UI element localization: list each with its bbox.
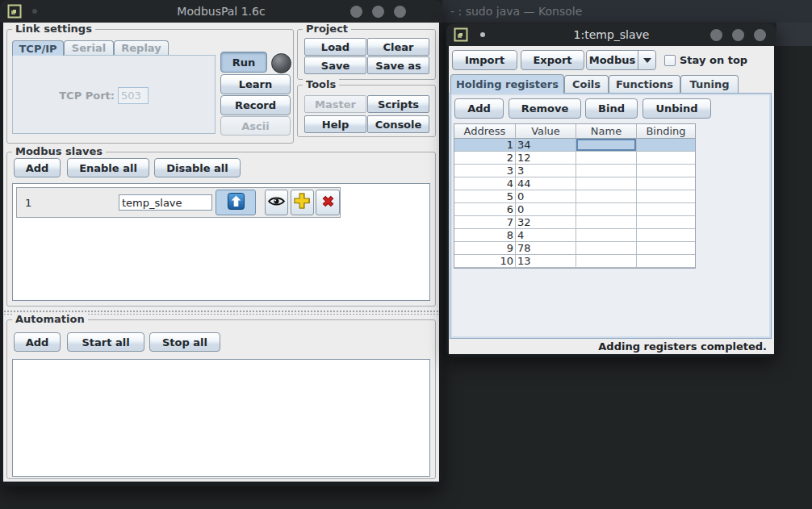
start-all-button[interactable]: Start all — [67, 332, 144, 352]
clear-button[interactable]: Clear — [367, 38, 429, 56]
slave-automation-button[interactable] — [291, 190, 314, 215]
slaves-add-button[interactable]: Add — [14, 158, 61, 177]
cell-val[interactable]: 34 — [516, 139, 576, 152]
modbuspal-titlebar[interactable]: ModbusPal 1.6c — [0, 0, 442, 23]
cell-name[interactable] — [576, 139, 637, 152]
cell-bind[interactable] — [637, 177, 695, 190]
cell-val[interactable]: 78 — [516, 242, 576, 255]
column-header-name[interactable]: Name — [576, 124, 637, 139]
close-button[interactable] — [394, 6, 406, 18]
run-button[interactable]: Run — [220, 52, 267, 73]
record-button[interactable]: Record — [220, 95, 291, 115]
cell-val[interactable]: 44 — [516, 177, 576, 190]
cell-addr[interactable]: 10 — [454, 255, 516, 268]
cell-addr[interactable]: 5 — [454, 190, 516, 203]
register-remove-button[interactable]: Remove — [509, 98, 581, 119]
table-row[interactable]: 1013 — [454, 255, 695, 268]
table-row[interactable]: 444 — [454, 177, 695, 190]
binding-type-select[interactable]: Modbus — [586, 50, 656, 70]
tab-serial[interactable]: Serial — [64, 40, 114, 55]
minimize-button[interactable] — [710, 29, 722, 41]
table-row[interactable]: 50 — [454, 190, 695, 203]
maximize-button[interactable] — [372, 6, 384, 18]
cell-bind[interactable] — [637, 203, 695, 216]
table-row[interactable]: 212 — [454, 152, 695, 165]
register-unbind-button[interactable]: Unbind — [642, 98, 711, 119]
cell-addr[interactable]: 1 — [454, 139, 516, 152]
cell-name[interactable] — [576, 177, 637, 190]
disable-all-button[interactable]: Disable all — [154, 158, 241, 177]
cell-val[interactable]: 4 — [516, 229, 576, 242]
cell-bind[interactable] — [637, 242, 695, 255]
cell-addr[interactable]: 3 — [454, 165, 516, 177]
table-row[interactable]: 134 — [454, 139, 695, 152]
table-row[interactable]: 60 — [454, 203, 695, 216]
automation-add-button[interactable]: Add — [14, 332, 61, 352]
help-button[interactable]: Help — [304, 115, 366, 133]
cell-bind[interactable] — [637, 152, 695, 165]
cell-val[interactable]: 32 — [516, 216, 576, 229]
column-header-binding[interactable]: Binding — [637, 124, 695, 139]
close-button[interactable] — [754, 29, 766, 41]
table-row[interactable]: 978 — [454, 242, 695, 255]
tab-holding-registers[interactable]: Holding registers — [450, 74, 564, 94]
column-header-value[interactable]: Value — [516, 124, 576, 139]
console-button[interactable]: Console — [367, 115, 429, 133]
slave-row[interactable]: 1 — [16, 187, 341, 218]
slave-window-titlebar[interactable]: 1:temp_slave — [446, 23, 776, 46]
cell-val[interactable]: 12 — [516, 152, 576, 165]
cell-val[interactable]: 0 — [516, 190, 576, 203]
cell-name[interactable] — [576, 216, 637, 229]
cell-name[interactable] — [576, 242, 637, 255]
register-bind-button[interactable]: Bind — [585, 98, 638, 119]
cell-name[interactable] — [576, 190, 637, 203]
tcp-port-input[interactable] — [118, 87, 149, 104]
tab-functions[interactable]: Functions — [609, 75, 680, 93]
cell-name[interactable] — [576, 152, 637, 165]
cell-addr[interactable]: 8 — [454, 229, 516, 242]
cell-bind[interactable] — [637, 139, 695, 152]
cell-name[interactable] — [576, 229, 637, 242]
cell-val[interactable]: 3 — [516, 165, 576, 177]
slave-enabled-toggle[interactable] — [216, 190, 256, 215]
save-as-button[interactable]: Save as — [367, 56, 429, 74]
cell-val[interactable]: 0 — [516, 203, 576, 216]
cell-bind[interactable] — [637, 216, 695, 229]
ascii-button[interactable]: Ascii — [220, 116, 291, 136]
cell-addr[interactable]: 2 — [454, 152, 516, 165]
cell-bind[interactable] — [637, 165, 695, 177]
cell-bind[interactable] — [637, 255, 695, 268]
save-button[interactable]: Save — [304, 56, 366, 74]
cell-bind[interactable] — [637, 190, 695, 203]
tab-tcpip[interactable]: TCP/IP — [12, 40, 64, 56]
table-row[interactable]: 732 — [454, 216, 695, 229]
cell-addr[interactable]: 4 — [454, 177, 516, 190]
cell-name[interactable] — [576, 165, 637, 177]
cell-addr[interactable]: 9 — [454, 242, 516, 255]
cell-name[interactable] — [576, 255, 637, 268]
master-button[interactable]: Master — [304, 95, 366, 113]
enable-all-button[interactable]: Enable all — [67, 158, 149, 177]
tab-replay[interactable]: Replay — [114, 40, 169, 55]
load-button[interactable]: Load — [304, 38, 366, 56]
learn-button[interactable]: Learn — [220, 74, 291, 94]
table-row[interactable]: 84 — [454, 229, 695, 242]
slave-view-button[interactable] — [265, 190, 288, 215]
minimize-button[interactable] — [350, 6, 362, 18]
scripts-button[interactable]: Scripts — [367, 95, 429, 113]
column-header-address[interactable]: Address — [454, 124, 516, 139]
register-table-header[interactable]: Address Value Name Binding — [454, 124, 695, 139]
tab-coils[interactable]: Coils — [564, 75, 609, 93]
cell-val[interactable]: 13 — [516, 255, 576, 268]
export-button[interactable]: Export — [521, 50, 584, 70]
cell-bind[interactable] — [637, 229, 695, 242]
cell-addr[interactable]: 7 — [454, 216, 516, 229]
stop-all-button[interactable]: Stop all — [149, 332, 220, 352]
maximize-button[interactable] — [732, 29, 744, 41]
slave-name-input[interactable] — [119, 194, 212, 211]
tab-tuning[interactable]: Tuning — [680, 75, 739, 93]
slave-delete-button[interactable] — [316, 190, 340, 215]
register-add-button[interactable]: Add — [454, 98, 504, 119]
stay-on-top-checkbox[interactable] — [664, 55, 676, 66]
cell-addr[interactable]: 6 — [454, 203, 516, 216]
